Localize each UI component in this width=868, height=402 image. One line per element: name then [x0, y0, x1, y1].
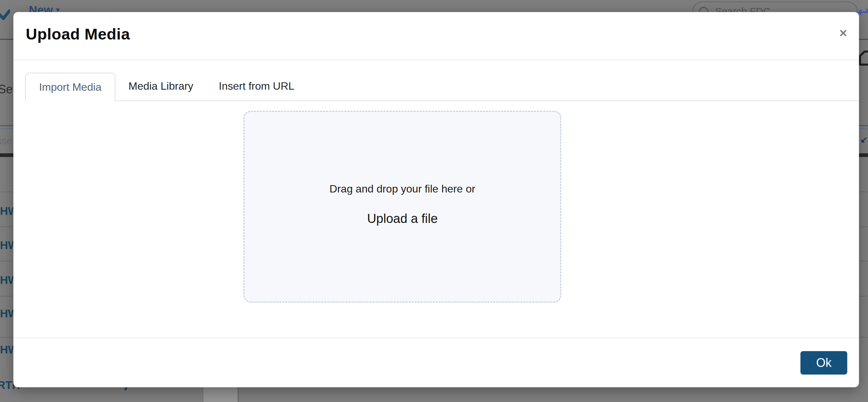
ok-button-label: Ok — [816, 356, 832, 370]
undo-arrow-icon: ↩ — [858, 4, 868, 20]
footer-divider — [13, 338, 859, 338]
tab-row-border — [115, 100, 859, 101]
file-dropzone[interactable]: Drag and drop your file here or Upload a… — [244, 111, 561, 303]
background-panel-fragment — [203, 387, 238, 402]
tab-import-media[interactable]: Import Media — [25, 73, 115, 101]
expand-arrow-icon: ↙ — [860, 135, 868, 145]
background-column-border — [238, 387, 239, 402]
tab-import-media-label: Import Media — [39, 81, 102, 93]
dialog-title: Upload Media — [26, 25, 130, 43]
ok-button[interactable]: Ok — [800, 351, 847, 375]
background-assessment-fragment: sse — [0, 135, 12, 147]
upload-media-dialog: Upload Media ✕ Import Media Media Librar… — [13, 12, 859, 387]
tab-insert-from-url[interactable]: Insert from URL — [219, 80, 294, 92]
header-divider — [13, 60, 859, 60]
dropzone-instruction: Drag and drop your file here or — [245, 183, 560, 195]
close-icon[interactable]: ✕ — [839, 28, 847, 38]
upload-a-file-link[interactable]: Upload a file — [245, 211, 560, 226]
logo-checkmark-icon — [0, 9, 10, 20]
tab-media-library[interactable]: Media Library — [128, 80, 193, 92]
tag-shape-icon — [858, 49, 868, 67]
